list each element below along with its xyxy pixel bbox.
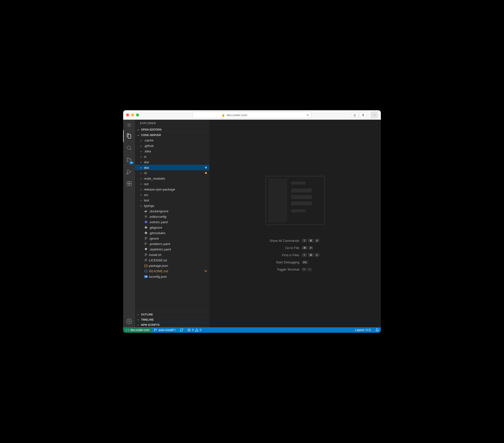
tree-item-src[interactable]: ›src xyxy=(135,192,209,197)
tree-item--editorconfig[interactable]: .editorconfig xyxy=(135,214,209,219)
tree-item-label: .eslintrc.yaml xyxy=(149,220,209,224)
tree-item-install-sh[interactable]: install.sh xyxy=(135,252,209,257)
tree-item-label: .cache xyxy=(144,138,209,142)
tree-item-typings[interactable]: ›typings xyxy=(135,203,209,208)
shortcut-row: Go to File⌘P xyxy=(270,246,321,250)
statusbar-branch[interactable]: auto-install*+ xyxy=(152,327,178,333)
tree-item-label: .dockerignore xyxy=(149,209,209,213)
new-tab-button[interactable]: + xyxy=(371,111,378,118)
reload-icon[interactable]: ↻ xyxy=(307,113,311,117)
eslint-icon xyxy=(144,220,148,224)
shortcut-label: Find in Files xyxy=(282,253,299,257)
tree-item-package-json[interactable]: { }package.json xyxy=(135,263,209,268)
status-bar: dev.coder.com auto-install*+ 0 0 Layout:… xyxy=(123,327,381,333)
chevron-right-icon: › xyxy=(139,149,143,153)
tree-item-label: typings xyxy=(144,204,209,208)
editor-area: Show All Commands⇧⌘PGo to File⌘PFind in … xyxy=(209,120,381,327)
section-workspace[interactable]: ⌄ CODE-SERVER xyxy=(135,132,209,138)
activity-extensions[interactable] xyxy=(123,178,135,190)
tree-item--gitmodules[interactable]: .gitmodules xyxy=(135,230,209,236)
tree-item-label: LICENSE.txt xyxy=(149,258,209,262)
tree-item-doc[interactable]: ›doc xyxy=(135,165,209,170)
tree-item--dockerignore[interactable]: .dockerignore xyxy=(135,208,209,214)
statusbar-remote[interactable]: dev.coder.com xyxy=(123,327,152,333)
app-main: 75 EXPLORER ⌄ OPEN EDITORS ⌄ CODE-SERVER xyxy=(123,120,381,327)
text-icon xyxy=(144,258,148,262)
info-icon xyxy=(144,269,148,273)
tree-item-label: .gitignore xyxy=(149,226,209,229)
tree-item--cache[interactable]: ›.cache xyxy=(135,138,209,143)
chevron-right-icon: › xyxy=(136,313,140,316)
svg-point-3 xyxy=(127,146,131,149)
svg-rect-10 xyxy=(127,181,129,183)
svg-rect-25 xyxy=(145,244,146,245)
tree-item-ci[interactable]: ›ci xyxy=(135,154,209,159)
svg-rect-12 xyxy=(127,184,129,186)
hamburger-menu-icon[interactable] xyxy=(123,122,135,129)
section-npm-scripts[interactable]: › NPM SCRIPTS xyxy=(135,322,209,327)
shortcut-row: Start DebuggingF5 xyxy=(270,260,321,264)
tree-item-lib[interactable]: ›lib xyxy=(135,170,209,176)
statusbar-problems[interactable]: 0 0 xyxy=(185,327,203,333)
tree-item-label: ci xyxy=(144,155,209,159)
statusbar-layout[interactable]: Layout: U.S. xyxy=(353,327,373,333)
svg-rect-21 xyxy=(145,243,146,243)
shortcut-row: Toggle Terminal^` xyxy=(270,268,321,271)
chevron-right-icon: › xyxy=(136,318,140,321)
tree-item-tsconfig-json[interactable]: TStsconfig.json xyxy=(135,274,209,279)
svg-rect-11 xyxy=(129,181,131,183)
tree-item-test[interactable]: ›test xyxy=(135,197,209,203)
section-open-editors[interactable]: ⌄ OPEN EDITORS xyxy=(135,127,209,132)
chevron-right-icon: › xyxy=(136,323,140,326)
statusbar-warnings-count: 0 xyxy=(200,328,201,332)
tree-item--ignore[interactable]: .ignore xyxy=(135,236,209,241)
keycap: ⇧ xyxy=(302,239,307,243)
keycap: F xyxy=(315,253,319,257)
tree-item--stylelintrc-yaml[interactable]: .stylelintrc.yaml xyxy=(135,247,209,252)
browser-titlebar: 🔒 dev.coder.com ↻ ◎ ⬇ + xyxy=(123,110,381,120)
minimize-window-button[interactable] xyxy=(131,113,134,116)
section-label: OPEN EDITORS xyxy=(141,128,162,131)
tree-item-license-txt[interactable]: LICENSE.txt xyxy=(135,257,209,263)
modified-badge: M xyxy=(205,270,209,273)
activity-search[interactable] xyxy=(123,142,135,154)
close-window-button[interactable] xyxy=(126,113,129,116)
tree-item-node-modules[interactable]: ›node_modules xyxy=(135,176,209,181)
activity-source-control[interactable]: 75 xyxy=(123,154,135,166)
tree-item--idea[interactable]: ›.idea xyxy=(135,148,209,154)
maximize-window-button[interactable] xyxy=(136,113,139,116)
gear-icon xyxy=(144,215,148,218)
svg-point-36 xyxy=(154,331,155,331)
scm-badge: 75 xyxy=(129,161,134,164)
chevron-right-icon: › xyxy=(139,166,143,169)
svg-rect-22 xyxy=(145,243,146,244)
chevron-right-icon: › xyxy=(139,188,143,191)
tree-item-readme-md[interactable]: README.mdM xyxy=(135,268,209,274)
section-timeline[interactable]: › TIMELINE xyxy=(135,317,209,322)
tree-item-dist[interactable]: ›dist xyxy=(135,159,209,165)
section-outline[interactable]: › OUTLINE xyxy=(135,312,209,317)
tree-item--github[interactable]: ›.github xyxy=(135,143,209,148)
tree-item-label: tsconfig.json xyxy=(149,275,209,278)
downloads-button[interactable]: ⬇ xyxy=(360,112,366,118)
keycap: ⌘ xyxy=(308,239,314,243)
statusbar-notifications[interactable] xyxy=(373,327,381,333)
tree-item--prettierrc-yaml[interactable]: .prettierrc.yaml xyxy=(135,241,209,247)
activity-explorer[interactable] xyxy=(123,130,135,142)
chevron-right-icon: › xyxy=(139,171,143,175)
tree-item-label: README.md xyxy=(149,269,204,273)
keycap: ⇧ xyxy=(302,253,307,257)
shield-button[interactable]: ◎ xyxy=(351,112,358,118)
shortcut-label: Go to File xyxy=(285,246,299,250)
statusbar-sync[interactable] xyxy=(178,327,185,333)
tree-item-release-npm-package[interactable]: ›release-npm-package xyxy=(135,187,209,192)
prettier-icon xyxy=(144,242,148,246)
address-bar[interactable]: 🔒 dev.coder.com ↻ xyxy=(193,112,311,118)
activity-debug[interactable] xyxy=(123,166,135,178)
activity-settings[interactable] xyxy=(123,315,135,327)
svg-point-35 xyxy=(154,329,155,329)
tree-item-out[interactable]: ›out xyxy=(135,181,209,187)
keycap: ` xyxy=(307,268,312,271)
tree-item--gitignore[interactable]: .gitignore xyxy=(135,225,209,230)
tree-item--eslintrc-yaml[interactable]: .eslintrc.yaml xyxy=(135,219,209,225)
